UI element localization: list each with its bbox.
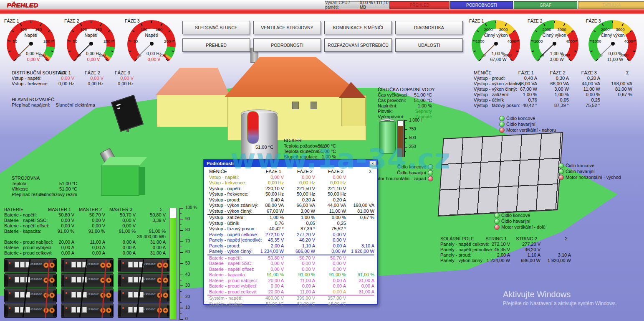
dialog-row-value: 50,70 V — [330, 255, 346, 261]
battery-unit: US3000C — [4, 288, 57, 303]
gauge-pivot — [611, 42, 615, 46]
gauge-tick-label: 50 — [13, 39, 18, 43]
table-row: Panely - výkon činný:1 234,00 W686,00 W1… — [440, 258, 571, 263]
sensor-label: Motor horizontální - východ — [566, 175, 621, 180]
nav-button-ventilace-strojovny[interactable]: VENTILACE STROJOVNY — [253, 21, 321, 34]
battery-connector-icon — [49, 262, 55, 268]
column-header: Σ — [159, 207, 162, 212]
gauge-tick-label: 2000 — [601, 27, 609, 32]
nav-button-ud-losti[interactable]: UDÁLOSTI — [395, 38, 463, 52]
tab-podrobnosti[interactable]: PODROBNOSTI — [450, 1, 513, 9]
table-row: Výstup - fázový posun:40,42 °87,39 °75,5… — [474, 103, 632, 108]
column-header: FÁZE 2 — [550, 70, 566, 76]
table-row: Výstup - proud:0,40 A0,30 A0,20 A — [474, 76, 632, 81]
panel-title: BATERIE — [4, 207, 23, 212]
gauge-tick-label: 3000 — [557, 27, 566, 32]
row-value: 0,00 A — [123, 239, 136, 245]
sensor-label: Motor vertikální - dolů — [501, 224, 546, 229]
dialog-row-value: 198,00 VA — [353, 203, 374, 209]
gauge-tick-label: 4000 — [624, 39, 633, 43]
gauge-title: Napětí — [25, 33, 38, 38]
nav-button-p-ehled[interactable]: PŘEHLED — [182, 38, 250, 52]
dialog-row-value: 3,10 A — [361, 243, 374, 249]
nav-button-komunikace-s-m-ni-i[interactable]: KOMUNIKACE S MĚNIČI — [324, 21, 392, 34]
tab-tabulka[interactable]: TABULKA — [578, 1, 644, 9]
panel-hlavni-rozvadec: HLAVNÍ ROZVADĚČ Přepínač napájení: Slune… — [12, 97, 120, 108]
dialog-row-value: 91,00 % — [267, 272, 284, 278]
battery-scale-label: 0 — [185, 316, 188, 321]
activate-windows-subtitle: Přejděte do Nastavení a aktivujte systém… — [503, 301, 617, 306]
dialog-row: Baterie - proud vybíjecí:0,00 A0,00 A0,0… — [207, 283, 374, 289]
sensor-top-1: Čidlo koncové — [499, 115, 535, 121]
gauge-value-1: 1,00 % — [550, 51, 564, 56]
battery-scale-label: 60 — [185, 250, 190, 254]
row-value: 0,00 A — [123, 245, 136, 250]
gauge-tick-label: 3000 — [616, 27, 624, 32]
column-header: FÁZE 1 — [56, 70, 71, 76]
battery-model-label: US3000C — [30, 278, 42, 280]
battery-scale-minor-tick — [179, 302, 182, 303]
kv-row: Vlhkost:51,00 °C — [12, 186, 77, 192]
dialog-row-value: 11,00 A — [300, 289, 316, 295]
dialog-row-value: 221,50 V — [297, 186, 315, 192]
battery-unit: US3000C — [61, 303, 114, 318]
row-value: 272,10 V — [492, 242, 510, 247]
dialog-row: Panely - napětí jednotlivé:45,35 V46,20 … — [207, 237, 374, 243]
watermark: www.1a-34.cz — [230, 143, 451, 175]
house-wall-annex — [341, 98, 366, 126]
row-label: Výstup - proud: — [474, 76, 505, 81]
dialog-row-value: 0,67 % — [360, 215, 374, 221]
gauge-tick-label: 1000 — [475, 39, 484, 43]
dialog-row-label: Baterie - proud celkový: — [209, 289, 258, 295]
dialog-row-value: 0,00 A — [271, 283, 284, 289]
sensor-label: Čidlo havarijní — [566, 169, 595, 174]
gauge-tick-label: 50 — [134, 39, 138, 43]
row-value: 11,00 W — [583, 87, 600, 92]
water-scale-tick — [404, 120, 407, 121]
battery-switch — [15, 307, 19, 313]
button-label: ROZFÁZOVÁNÍ SPOTŘEBIČŮ — [328, 43, 389, 48]
button-label: VENTILACE STROJOVNY — [261, 25, 313, 30]
water-scale-tick — [404, 129, 407, 130]
row-value: 1,00 % — [555, 92, 569, 97]
panel-header-row: STROJOVNA — [12, 176, 77, 181]
row-value: 198,00 VA — [611, 81, 632, 87]
panel-baterie: BATERIEMASTER 1MASTER 2MASTER 3ΣBaterie … — [4, 207, 166, 256]
house-window — [311, 102, 317, 109]
row-value: 44,00 VA — [582, 81, 600, 87]
dialog-row-label: Panely - napětí celkové: — [209, 232, 258, 238]
button-label: UDÁLOSTI — [418, 43, 440, 48]
dialog-row: Baterie - napětí offset:0,00 V0,00 V0,00… — [207, 267, 374, 273]
battery-model-label: US3000C — [143, 308, 156, 311]
battery-switch — [77, 262, 81, 268]
nav-button-sledova-slunce[interactable]: SLEDOVAČ SLUNCE — [182, 21, 250, 34]
tab-přehled[interactable]: PŘEHLED — [389, 1, 450, 9]
water-scale-label: 500 — [409, 135, 416, 140]
row-label: Výstup - účiník — [474, 97, 504, 103]
dialog-row-value: 45,00 °C — [328, 301, 346, 307]
dialog-row-label: Výstup - účiník — [209, 221, 239, 227]
row-label: Výstup - fázový posun: — [474, 103, 520, 108]
table-row: Výstup - výkon činný:67,00 W3,00 W11,00 … — [474, 87, 632, 92]
podrobnosti-dialog[interactable]: Podrobnosti × MĚNIČEFÁZE 1FÁZE 2FÁZE 3ΣV… — [203, 159, 378, 305]
dialog-row: Panely - napětí celkové:272,10 V277,20 V… — [207, 232, 374, 238]
row-value: 0,05 — [560, 97, 569, 103]
nav-button-rozf-zov-n-spot-ebi-[interactable]: ROZFÁZOVÁNÍ SPOTŘEBIČŮ — [324, 38, 392, 52]
battery-scale-tick — [179, 319, 183, 320]
dialog-row: Výstup - účiník0,760,050,25 — [207, 221, 374, 227]
nav-button-diagnostika[interactable]: DIAGNOSTIKA — [395, 21, 463, 34]
dialog-row-value: 277,20 V — [297, 232, 315, 238]
battery-ear — [5, 306, 8, 316]
tab-graf[interactable]: GRAF — [514, 1, 577, 9]
row-value: 50,70 V — [89, 212, 105, 218]
gauge-title: Činný výkon — [601, 33, 624, 38]
row-label: Výstup - výkon činný: — [474, 87, 517, 92]
row-value: 91,00 % — [88, 229, 105, 234]
battery-ear — [5, 290, 8, 301]
battery-switch — [15, 277, 19, 283]
nav-button-podrobnosti[interactable]: PODROBNOSTI — [253, 38, 321, 52]
dialog-row-value: 91,00 % — [298, 272, 315, 278]
gauge-tick-label: 50 — [73, 39, 78, 43]
row-value: 0,00 V — [92, 218, 105, 223]
column-header: FÁZE 1 — [518, 70, 534, 76]
